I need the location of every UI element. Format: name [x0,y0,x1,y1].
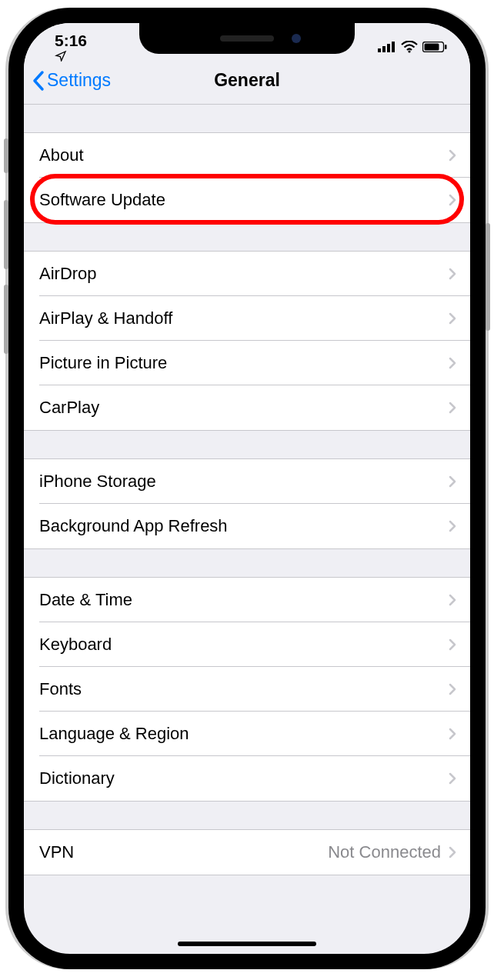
volume-down-button [4,285,8,354]
status-left: 5:16 [55,32,90,62]
chevron-right-icon [449,268,456,280]
settings-row-vpn[interactable]: VPNNot Connected [24,830,470,875]
row-label: AirPlay & Handoff [39,308,449,328]
row-label: CarPlay [39,398,449,418]
power-button [486,223,490,331]
settings-row-picture-in-picture[interactable]: Picture in Picture [24,341,470,385]
row-label: About [39,145,449,165]
settings-row-airdrop[interactable]: AirDrop [24,252,470,296]
cellular-signal-icon [378,42,396,52]
chevron-right-icon [449,772,456,785]
row-label: Picture in Picture [39,353,449,373]
settings-group: VPNNot Connected [24,829,470,875]
speaker-grille [220,35,274,42]
row-label: Software Update [39,190,449,210]
back-button[interactable]: Settings [32,70,111,92]
settings-row-carplay[interactable]: CarPlay [24,385,470,430]
wifi-icon [401,41,418,53]
chevron-right-icon [449,357,456,369]
chevron-right-icon [449,194,456,206]
chevron-right-icon [449,594,456,606]
chevron-right-icon [449,728,456,740]
svg-rect-3 [392,42,395,52]
row-label: Date & Time [39,590,449,610]
svg-rect-1 [382,46,386,52]
settings-row-fonts[interactable]: Fonts [24,667,470,712]
mute-switch [4,138,8,173]
settings-row-iphone-storage[interactable]: iPhone Storage [24,459,470,504]
chevron-right-icon [449,683,456,695]
settings-row-dictionary[interactable]: Dictionary [24,756,470,801]
settings-group: AboutSoftware Update [24,132,470,223]
svg-rect-7 [445,45,447,49]
settings-group: Date & TimeKeyboardFontsLanguage & Regio… [24,577,470,802]
chevron-right-icon [449,312,456,325]
status-right [378,41,447,53]
settings-list[interactable]: AboutSoftware UpdateAirDropAirPlay & Han… [24,132,470,875]
chevron-right-icon [449,846,456,858]
settings-group: AirDropAirPlay & HandoffPicture in Pictu… [24,251,470,431]
chevron-right-icon [449,520,456,532]
settings-group: iPhone StorageBackground App Refresh [24,458,470,549]
settings-row-language-region[interactable]: Language & Region [24,712,470,756]
svg-rect-6 [425,44,439,51]
settings-row-about[interactable]: About [24,133,470,178]
svg-point-4 [408,50,410,52]
chevron-right-icon [449,149,456,162]
row-label: AirDrop [39,264,449,284]
notch [139,23,355,54]
chevron-right-icon [449,475,456,488]
settings-row-background-app-refresh[interactable]: Background App Refresh [24,504,470,548]
chevron-left-icon [32,70,45,92]
nav-bar: Settings General [24,62,470,105]
row-label: VPN [39,842,328,862]
row-label: iPhone Storage [39,472,449,492]
row-label: Background App Refresh [39,516,449,536]
chevron-right-icon [449,402,456,414]
back-label: Settings [47,70,111,91]
row-label: Fonts [39,679,449,699]
home-indicator[interactable] [178,942,316,946]
row-label: Keyboard [39,635,449,655]
svg-rect-0 [378,48,381,52]
settings-row-date-time[interactable]: Date & Time [24,578,470,622]
battery-icon [422,42,447,52]
settings-row-airplay-handoff[interactable]: AirPlay & Handoff [24,296,470,341]
status-time: 5:16 [55,32,87,49]
screen: 5:16 [24,23,470,954]
chevron-right-icon [449,638,456,651]
settings-row-keyboard[interactable]: Keyboard [24,622,470,667]
row-detail: Not Connected [328,842,441,862]
front-camera [292,34,301,43]
phone-frame: 5:16 [8,8,486,969]
volume-up-button [4,200,8,269]
svg-rect-2 [387,44,390,52]
settings-row-software-update[interactable]: Software Update [24,178,470,222]
row-label: Dictionary [39,768,449,788]
location-arrow-icon [55,50,90,62]
row-label: Language & Region [39,724,449,744]
